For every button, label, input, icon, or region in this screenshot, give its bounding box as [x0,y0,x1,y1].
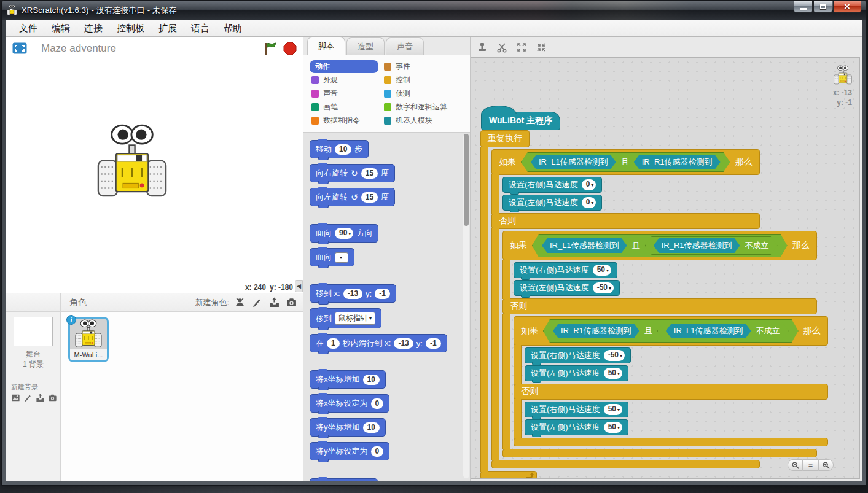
forever-loop-block[interactable]: 重复执行 如果 IR_L1传感器检测到 且 IR_R1传 [480,130,537,479]
zoom-out-button[interactable] [788,459,803,471]
menu-item-2[interactable]: 连接 [79,21,108,36]
number-input[interactable]: 10 [363,375,380,385]
category-item-1[interactable]: 外观 [310,74,382,87]
sensor-block-ir-r1[interactable]: IR_R1传感器检测到 [654,238,740,253]
palette-scrollbar-thumb[interactable] [464,134,469,226]
number-input[interactable]: 15 [361,168,378,179]
if-else-block-1[interactable]: 如果 IR_L1传感器检测到 且 IR_R1传感器检测到 那么 [491,149,760,468]
palette-block[interactable]: 碰到边缘就反弹 [310,478,378,481]
paint-new-sprite-icon[interactable] [251,297,263,308]
category-item-7[interactable]: 侦测 [382,87,470,100]
and-operator-block[interactable]: IR_R1传感器检测到 且 IR_L1传感器检测到 不成立 [543,319,799,343]
number-input[interactable]: -1 [375,289,390,299]
stage-canvas[interactable] [6,60,303,281]
grow-sprite-icon[interactable] [516,42,527,53]
zoom-reset-button[interactable]: = [803,459,818,471]
palette-block[interactable]: 将y坐标设定为0 [310,442,389,460]
palette-block[interactable]: 在1秒内滑行到 x:-13y:-1 [310,334,447,352]
camera-sprite-icon[interactable] [286,297,297,308]
palette-block[interactable]: 将x坐标增加10 [310,370,386,389]
palette-block[interactable]: 面向▾ [310,248,354,266]
speed-dropdown[interactable]: 0▾ [582,197,596,208]
sensor-block-ir-l1[interactable]: IR_L1传感器检测到 [542,238,627,253]
speed-dropdown[interactable]: -50▾ [604,350,625,361]
fullscreen-icon[interactable] [12,42,27,54]
sensor-block-ir-l1[interactable]: IR_L1传感器检测到 [666,324,751,338]
not-operator-block[interactable]: IR_R1传感器检测到 不成立 [645,236,778,255]
category-item-8[interactable]: 数字和逻辑运算 [382,101,470,114]
category-item-5[interactable]: 事件 [382,60,470,73]
shrink-sprite-icon[interactable] [536,42,547,53]
speed-dropdown[interactable]: -50▾ [593,282,614,293]
speed-dropdown[interactable]: 50▾ [604,368,622,379]
speed-dropdown[interactable]: 50▾ [604,422,622,433]
set-left-motor-block[interactable]: 设置(左侧)马达速度0▾ [502,195,602,211]
number-input[interactable]: -13 [343,289,362,299]
dropdown[interactable]: ▾ [335,252,348,263]
set-left-motor-block[interactable]: 设置(左侧)马达速度-50▾ [514,280,620,296]
number-dropdown[interactable]: 90▾ [335,228,353,239]
and-operator-block[interactable]: IR_L1传感器检测到 且 IR_R1传感器检测到 [521,152,730,172]
project-title[interactable]: Maze adventure [41,42,264,55]
menu-item-6[interactable]: 帮助 [218,21,248,36]
number-input[interactable]: -13 [394,338,413,349]
delete-scissors-icon[interactable] [496,42,507,53]
sprite-info-icon[interactable]: i [66,315,76,325]
hat-block-wulibot-main[interactable]: WuLiBot 主程序 [481,112,560,130]
script-canvas[interactable]: x: -13 y: -1 WuLiBot 主程序 重复执行 如果 [471,57,860,479]
green-flag-icon[interactable] [264,42,278,55]
if-else-block-3[interactable]: 如果 IR_R1传感器检测到 且 IR_L1传感器检测到 [514,316,828,446]
set-right-motor-block[interactable]: 设置(右侧)马达速度50▾ [514,262,617,278]
minimize-button[interactable] [794,1,813,13]
set-right-motor-block[interactable]: 设置(右侧)马达速度-50▾ [525,347,631,363]
menu-item-1[interactable]: 编辑 [46,21,76,36]
collapse-stage-icon[interactable]: ◄ [295,280,303,292]
camera-backdrop-icon[interactable] [48,394,57,402]
maximize-button[interactable] [813,1,832,13]
number-input[interactable]: 0 [371,446,384,457]
set-left-motor-block[interactable]: 设置(左侧)马达速度50▾ [525,365,628,381]
category-item-3[interactable]: 画笔 [310,101,382,114]
tab-2[interactable]: 声音 [386,37,424,55]
number-input[interactable]: 15 [361,192,378,203]
set-right-motor-block[interactable]: 设置(右侧)马达速度0▾ [502,177,602,193]
palette-block[interactable]: 向右旋转↻15度 [310,164,395,182]
speed-dropdown[interactable]: 50▾ [604,404,622,415]
new-sprite-library-icon[interactable] [234,297,246,308]
and-operator-block[interactable]: IR_L1传感器检测到 且 IR_R1传感器检测到 不成立 [532,234,788,257]
titlebar[interactable]: XRScratch(v1.6.3) - 没有连接串口 - 未保存 × [2,1,866,20]
menu-item-0[interactable]: 文件 [14,21,43,36]
category-item-0[interactable]: 动作 [310,60,378,73]
backdrop-library-icon[interactable] [11,394,20,402]
palette-scrollbar[interactable] [463,134,469,478]
palette-block[interactable]: 向左旋转↺15度 [310,188,395,206]
sprite-thumbnail[interactable] [70,319,107,349]
speed-dropdown[interactable]: 0▾ [582,179,596,190]
palette-block[interactable]: 将y坐标增加10 [310,418,386,437]
menu-item-4[interactable]: 扩展 [153,21,182,36]
palette-block[interactable]: 将x坐标设定为0 [310,394,389,413]
close-button[interactable]: × [833,1,861,13]
number-input[interactable]: 0 [371,398,384,409]
duplicate-stamp-icon[interactable] [477,42,488,53]
palette-block[interactable]: 移到 x:-13y:-1 [310,284,396,303]
menu-item-3[interactable]: 控制板 [111,21,150,36]
number-input[interactable]: 10 [363,422,380,433]
number-input[interactable]: 1 [327,338,340,349]
palette-block[interactable]: 移到鼠标指针▾ [310,308,381,328]
sensor-block-ir-l1[interactable]: IR_L1传感器检测到 [531,155,616,169]
category-item-6[interactable]: 控制 [382,74,470,87]
number-input[interactable]: 10 [335,144,351,155]
category-item-9[interactable]: 机器人模块 [382,114,470,127]
paint-backdrop-icon[interactable] [23,394,33,402]
speed-dropdown[interactable]: 50▾ [593,265,611,276]
zoom-in-button[interactable] [818,459,834,471]
palette-block[interactable]: 移动10步 [310,140,369,158]
forever-label[interactable]: 重复执行 [480,130,530,147]
set-left-motor-block[interactable]: 设置(左侧)马达速度50▾ [525,419,628,435]
tab-1[interactable]: 造型 [346,37,385,55]
sprite-card-selected[interactable]: i M-WuLi... [68,317,109,362]
robot-sprite[interactable] [96,124,168,200]
upload-backdrop-icon[interactable] [36,394,45,402]
dropdown[interactable]: 鼠标指针▾ [335,312,375,325]
